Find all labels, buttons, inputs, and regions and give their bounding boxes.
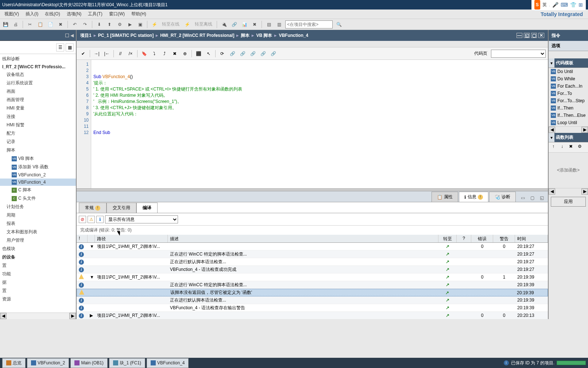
taskbar-item[interactable]: 块_1 (FC1) xyxy=(109,358,145,368)
message-row[interactable]: 该脚本没有返回值，尽管它被定义为 '函数'↗20:19:39 xyxy=(77,289,548,296)
template-item[interactable]: VBFor Each...In xyxy=(549,83,588,90)
filter-select[interactable]: 显示所有消息 xyxy=(105,215,178,223)
scroll-right-icon[interactable]: ▶ xyxy=(69,313,76,319)
message-row[interactable]: i正在进行默认脚本语法检查...↗20:19:39 xyxy=(77,296,548,304)
device-icon[interactable]: 🔌 xyxy=(220,20,228,28)
tab-diagnostics[interactable]: 🩺 诊断 xyxy=(489,192,516,202)
move-down-icon[interactable]: ↓ xyxy=(558,143,566,151)
filter-info-button[interactable]: ℹ xyxy=(96,216,104,223)
add-function-placeholder[interactable]: <添加函数> xyxy=(549,153,588,188)
uncomment-icon[interactable]: /× xyxy=(126,49,135,58)
save-icon[interactable]: 💾 xyxy=(1,20,9,28)
tree-item[interactable]: 报表 xyxy=(0,219,76,228)
chevron-down-icon[interactable]: ▾ xyxy=(549,135,554,140)
topology-icon[interactable]: 📊 xyxy=(240,20,248,28)
comment-icon[interactable]: // xyxy=(116,49,125,58)
subtab-general[interactable]: 常规 ! xyxy=(79,203,107,213)
tree-detail-icon[interactable]: ▦ xyxy=(66,43,74,51)
props-icon[interactable]: ⚙ xyxy=(576,143,583,151)
fn-hscroll[interactable]: ◀ ▶ xyxy=(549,188,588,195)
subtab-xref[interactable]: 交叉引用 xyxy=(107,203,136,213)
filter-error-button[interactable]: ⊘ xyxy=(79,216,86,223)
menu-insert[interactable]: 插入(I) xyxy=(23,10,41,18)
tree-item[interactable]: 周期 xyxy=(0,211,76,219)
tree-item[interactable]: I_RT_2 [WinCC RT Professio... xyxy=(0,63,76,70)
rt-icon[interactable]: ▣ xyxy=(136,20,144,28)
message-row[interactable]: i正在进行 WinCC 特定的脚本语法检查...↗20:19:27 xyxy=(77,250,548,258)
template-item[interactable]: VBIf...Then...Else xyxy=(549,112,588,119)
template-item[interactable]: VBFor...To xyxy=(549,90,588,97)
tree-item[interactable]: 置 xyxy=(0,287,76,295)
redo-icon[interactable]: ↷ xyxy=(81,20,89,28)
tree-item[interactable]: HMI 变量 xyxy=(0,104,76,112)
goto-arrow-icon[interactable]: ↗ xyxy=(445,290,449,295)
template-item[interactable]: VBDo Until xyxy=(549,68,588,75)
message-row[interactable]: i正在进行默认脚本语法检查...↗20:19:27 xyxy=(77,258,548,266)
template-hscroll[interactable]: ◀ ▶ xyxy=(549,126,588,133)
tree-item[interactable]: VBVBFunction_2 xyxy=(0,171,76,179)
message-row[interactable]: i▼项目1\PC_1\HMI_RT_2\脚本\V...↗0020:19:27 xyxy=(77,243,548,250)
bookmark-all-icon[interactable]: ⊕ xyxy=(181,49,189,58)
code-template-header[interactable]: 代码模板 xyxy=(554,58,588,68)
goto-arrow-icon[interactable]: ↗ xyxy=(446,259,449,264)
tree-item[interactable]: 文本和图形列表 xyxy=(0,228,76,236)
message-row[interactable]: iVBFunction_4 - 语法检查存在输出警告↗20:19:39 xyxy=(77,304,548,312)
cursor-icon[interactable]: ↖ xyxy=(204,49,213,58)
tree-item[interactable]: 据 xyxy=(0,278,76,287)
paste-icon[interactable]: 📄 xyxy=(46,20,54,28)
tree-item[interactable]: 设备组态 xyxy=(0,70,76,79)
sim-icon[interactable]: ▶ xyxy=(126,20,134,28)
project-search-input[interactable] xyxy=(285,20,333,28)
bookmark-prev-icon[interactable]: ⤴ xyxy=(160,49,169,58)
link4-icon[interactable]: 🔗 xyxy=(259,49,267,58)
filter-warning-button[interactable]: ⚠ xyxy=(88,216,95,223)
link3-icon[interactable]: 🔗 xyxy=(248,49,257,58)
outdent-icon[interactable]: |← xyxy=(102,49,111,58)
bc-fn[interactable]: VBFunction_4 xyxy=(279,33,308,38)
close-editor-icon[interactable]: ✕ xyxy=(538,33,544,38)
tree-view-icon[interactable]: ☰ xyxy=(56,43,64,51)
menu-view[interactable]: 视图(V) xyxy=(1,10,22,18)
menu-tools[interactable]: 工具(T) xyxy=(85,10,105,18)
codepage-select[interactable] xyxy=(491,50,546,58)
bc-script[interactable]: 脚本 xyxy=(241,32,249,39)
goto-arrow-icon[interactable]: ↗ xyxy=(446,298,449,303)
cut-icon[interactable]: ✂ xyxy=(26,20,34,28)
menu-window[interactable]: 窗口(W) xyxy=(106,10,128,18)
scroll-right-icon[interactable]: ▶ xyxy=(581,127,588,133)
tree-item[interactable]: 画面 xyxy=(0,87,76,96)
taskbar-item[interactable]: VBFunction_2 xyxy=(27,358,69,368)
menu-options[interactable]: 选项(N) xyxy=(64,10,85,18)
delete-fn-icon[interactable]: ✖ xyxy=(567,143,575,151)
copy-icon[interactable]: 📋 xyxy=(36,20,44,28)
template-item[interactable]: VBLoop Until xyxy=(549,119,588,126)
tree-item[interactable]: 的设备 xyxy=(0,253,76,261)
close-icon[interactable]: ✖ xyxy=(251,20,259,28)
project-tree[interactable]: 线和诊断I_RT_2 [WinCC RT Professio...设备组态运行系… xyxy=(0,54,76,313)
apply-button[interactable]: 应用 xyxy=(551,197,586,207)
goto-arrow-icon[interactable]: ↗ xyxy=(446,244,449,249)
delete-icon[interactable]: ✖ xyxy=(57,20,65,28)
subtab-compile[interactable]: 编译 xyxy=(136,203,158,213)
tab-info[interactable]: ℹ 信息 ! xyxy=(459,192,488,202)
vertical-splitter[interactable] xyxy=(77,188,548,191)
message-row[interactable]: iVBFunction_4 - 语法检查成功完成↗20:19:27 xyxy=(77,266,548,273)
link5-icon[interactable]: 🔗 xyxy=(269,49,278,58)
link1-icon[interactable]: 🔗 xyxy=(228,49,237,58)
tree-item[interactable]: 置 xyxy=(0,261,76,270)
goto-arrow-icon[interactable]: ↗ xyxy=(446,275,449,280)
split-h-icon[interactable]: ▤ xyxy=(265,20,273,28)
collapse-icon[interactable] xyxy=(65,34,69,37)
goto-arrow-icon[interactable]: ↗ xyxy=(446,305,449,310)
message-row[interactable]: i正在进行 WinCC 特定的脚本语法检查...↗20:19:39 xyxy=(77,281,548,289)
download-icon[interactable]: ⬇ xyxy=(95,20,103,28)
upload-icon[interactable]: ⬆ xyxy=(105,20,113,28)
go-online-icon[interactable]: ⚡ xyxy=(150,20,158,28)
bookmark-clear-icon[interactable]: ✖ xyxy=(170,49,179,58)
tree-item[interactable]: 连接 xyxy=(0,112,76,121)
chevron-left-icon[interactable]: ◀ xyxy=(70,33,74,38)
scroll-left-icon[interactable]: ◀ xyxy=(0,313,7,319)
tree-item[interactable]: 记录 xyxy=(0,138,76,146)
template-item[interactable]: VBFor...To...Step xyxy=(549,97,588,104)
bc-vb[interactable]: VB 脚本 xyxy=(256,32,272,39)
